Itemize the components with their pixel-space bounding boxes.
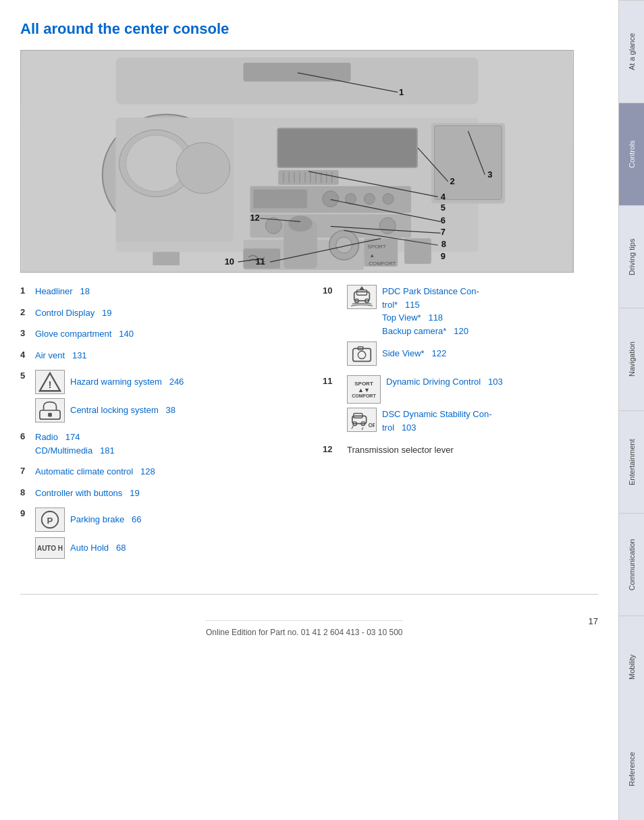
svg-rect-12 bbox=[278, 129, 417, 167]
svg-text:P: P bbox=[47, 516, 53, 526]
item-11-group: 11 SPORT ▲▼ COMFORT Dynamic Driving Cont… bbox=[323, 375, 598, 434]
svg-text:6: 6 bbox=[441, 215, 446, 225]
top-view-link[interactable]: Top View* 118 bbox=[382, 311, 479, 325]
svg-point-34 bbox=[379, 217, 396, 234]
svg-text:8: 8 bbox=[441, 239, 446, 249]
car-diagram: SPORT ▲ COMFORT 1 2 3 bbox=[20, 50, 574, 273]
svg-text:7: 7 bbox=[441, 227, 446, 237]
page-title: All around the center console bbox=[20, 20, 598, 38]
sidebar-tab-mobility[interactable]: Mobility bbox=[619, 616, 644, 718]
item-5-group: 5 ! Hazard warning system 246 bbox=[20, 370, 296, 422]
auto-hold-link[interactable]: Auto Hold 68 bbox=[70, 541, 126, 555]
item-number: 11 bbox=[323, 375, 342, 386]
svg-text:11: 11 bbox=[255, 256, 265, 267]
svg-line-91 bbox=[362, 427, 363, 430]
side-view-icon bbox=[347, 341, 377, 366]
svg-point-37 bbox=[288, 216, 313, 232]
list-item: 3 Glove compartment 140 bbox=[20, 327, 296, 341]
svg-text:▲: ▲ bbox=[369, 252, 375, 258]
right-sidebar: At a glance Controls Driving tips Naviga… bbox=[618, 0, 644, 820]
list-item: 8 Controller with buttons 19 bbox=[20, 487, 296, 500]
right-column: 10 bbox=[316, 285, 598, 567]
item-number: 9 bbox=[20, 508, 35, 518]
svg-text:5: 5 bbox=[441, 202, 446, 213]
dsc-icon: OFF bbox=[347, 408, 377, 432]
auto-hold-icon: AUTO H bbox=[35, 537, 65, 559]
svg-text:1: 1 bbox=[399, 87, 404, 97]
sidebar-tab-controls[interactable]: Controls bbox=[619, 103, 644, 205]
sidebar-tab-entertainment[interactable]: Entertainment bbox=[619, 410, 644, 513]
glove-compartment-link[interactable]: Glove compartment 140 bbox=[35, 327, 134, 341]
cd-multimedia-link[interactable]: CD/Multimedia 181 bbox=[35, 444, 115, 458]
svg-line-90 bbox=[352, 426, 354, 429]
sidebar-tab-navigation[interactable]: Navigation bbox=[619, 308, 644, 410]
item-number: 3 bbox=[20, 327, 35, 338]
backup-camera-link[interactable]: Backup camera* 120 bbox=[382, 325, 479, 338]
svg-text:COMFORT: COMFORT bbox=[369, 261, 396, 267]
controller-link[interactable]: Controller with buttons 19 bbox=[35, 487, 140, 500]
svg-text:SPORT: SPORT bbox=[367, 244, 385, 250]
side-view-link[interactable]: Side View* 122 bbox=[382, 347, 446, 360]
svg-marker-82 bbox=[359, 286, 365, 290]
transmission-text: Transmission selector lever bbox=[347, 443, 454, 457]
svg-point-49 bbox=[176, 142, 230, 194]
svg-point-30 bbox=[364, 194, 375, 204]
dynamic-driving-link[interactable]: Dynamic Driving Control 103 bbox=[386, 375, 503, 389]
list-item: 2 Control Display 19 bbox=[20, 306, 296, 320]
item-number: 6 bbox=[20, 431, 35, 441]
list-item: 4 Air vent 131 bbox=[20, 349, 296, 362]
item-number: 8 bbox=[20, 487, 35, 497]
page-number: 17 bbox=[589, 616, 598, 626]
item-number: 12 bbox=[323, 443, 342, 454]
sidebar-tab-communication[interactable]: Communication bbox=[619, 513, 644, 616]
air-vent-link[interactable]: Air vent 131 bbox=[35, 349, 87, 362]
svg-text:OFF: OFF bbox=[368, 422, 375, 429]
parking-brake-link[interactable]: Parking brake 66 bbox=[70, 513, 142, 526]
hazard-warning-link[interactable]: Hazard warning system 246 bbox=[70, 375, 184, 389]
item-number: 7 bbox=[20, 465, 35, 476]
svg-rect-14 bbox=[435, 126, 502, 199]
svg-rect-75 bbox=[48, 413, 52, 417]
central-locking-icon bbox=[35, 398, 65, 422]
central-locking-link[interactable]: Central locking system 38 bbox=[70, 404, 176, 417]
svg-point-31 bbox=[383, 194, 394, 204]
svg-text:!: ! bbox=[48, 379, 51, 390]
sidebar-tab-reference[interactable]: Reference bbox=[619, 718, 644, 820]
svg-text:10: 10 bbox=[225, 256, 234, 267]
svg-rect-15 bbox=[278, 170, 338, 185]
svg-text:9: 9 bbox=[441, 251, 446, 261]
item-number: 2 bbox=[20, 306, 35, 317]
list-item: 1 Headliner 18 bbox=[20, 285, 296, 298]
footer-text: Online Edition for Part no. 01 41 2 604 … bbox=[206, 620, 403, 637]
dsc-link[interactable]: DSC Dynamic Stability Con-trol 103 bbox=[382, 408, 492, 434]
svg-point-84 bbox=[358, 351, 365, 358]
item-10-group: 10 bbox=[323, 285, 598, 366]
climate-control-link[interactable]: Automatic climate control 128 bbox=[35, 465, 155, 479]
item-number: 10 bbox=[323, 285, 342, 296]
radio-link[interactable]: Radio 174 bbox=[35, 431, 115, 444]
svg-text:3: 3 bbox=[487, 169, 492, 180]
svg-rect-27 bbox=[253, 190, 307, 209]
svg-text:4: 4 bbox=[441, 192, 446, 202]
list-item: 6 Radio 174 CD/Multimedia 181 bbox=[20, 431, 296, 457]
headliner-link[interactable]: Headliner 18 bbox=[35, 285, 90, 298]
item-number: 4 bbox=[20, 349, 35, 360]
item-12-group: 12 Transmission selector lever bbox=[323, 443, 598, 457]
svg-text:2: 2 bbox=[450, 176, 455, 186]
control-display-link[interactable]: Control Display 19 bbox=[35, 306, 111, 320]
sidebar-tab-at-a-glance[interactable]: At a glance bbox=[619, 0, 644, 103]
item-number: 1 bbox=[20, 285, 35, 296]
pdc-icon bbox=[347, 285, 377, 309]
svg-point-28 bbox=[323, 191, 339, 207]
svg-text:12: 12 bbox=[250, 213, 259, 223]
sport-comfort-icon: SPORT ▲▼ COMFORT bbox=[347, 375, 381, 404]
pdc-link[interactable]: PDC Park Distance Con-trol* 115 bbox=[382, 285, 479, 311]
svg-rect-83 bbox=[353, 348, 371, 361]
item-9-group: 9 P Parking brake 66 bbox=[20, 508, 296, 559]
list-item: 7 Automatic climate control 128 bbox=[20, 465, 296, 479]
svg-rect-2 bbox=[243, 63, 350, 82]
parking-brake-icon: P bbox=[35, 508, 65, 532]
hazard-warning-icon: ! bbox=[35, 370, 65, 394]
item-number: 5 bbox=[20, 370, 35, 381]
sidebar-tab-driving-tips[interactable]: Driving tips bbox=[619, 205, 644, 308]
